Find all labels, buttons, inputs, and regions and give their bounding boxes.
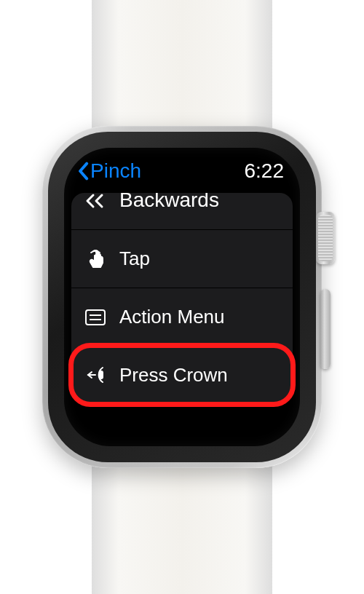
option-action-menu[interactable]: Action Menu [71,288,293,346]
option-label: Press Crown [119,364,228,387]
apple-watch: Pinch 6:22 Backwards [22,0,342,594]
back-button[interactable]: Pinch [77,159,141,183]
side-button[interactable] [320,289,331,369]
svg-rect-0 [86,310,105,325]
action-menu-icon [83,309,108,325]
chevron-left-icon [77,162,89,181]
press-crown-icon [83,365,108,385]
status-bar: Pinch 6:22 [64,148,300,186]
strap-top [92,0,272,135]
option-tap[interactable]: Tap [71,229,293,288]
option-backwards[interactable]: Backwards [71,193,293,229]
option-press-crown[interactable]: Press Crown [71,346,293,404]
options-list: Backwards Tap [64,186,300,411]
tap-icon [83,248,108,270]
strap-bottom [92,459,272,594]
option-label: Tap [119,248,150,270]
option-label: Action Menu [119,306,225,328]
back-label: Pinch [90,159,141,183]
double-chevron-left-icon [83,193,108,209]
case-inner: Pinch 6:22 Backwards [48,132,316,462]
svg-rect-3 [100,371,103,379]
watch-screen: Pinch 6:22 Backwards [64,148,300,446]
option-label: Backwards [119,193,219,212]
digital-crown[interactable] [316,212,335,264]
clock: 6:22 [245,159,285,183]
watch-case: Pinch 6:22 Backwards [42,126,322,468]
